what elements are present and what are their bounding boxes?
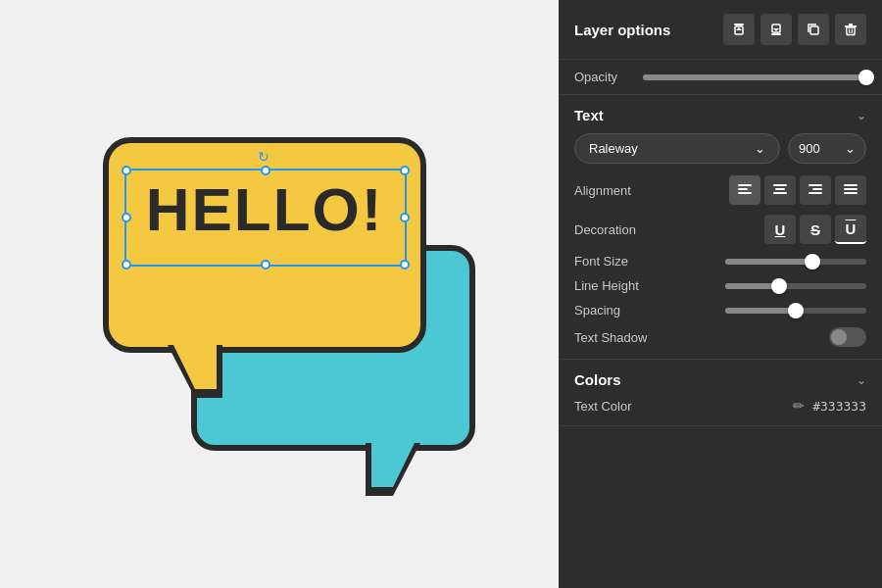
handle-bl[interactable] (122, 260, 131, 270)
duplicate-button[interactable] (798, 14, 829, 45)
font-size-track (725, 259, 866, 265)
align-right-button[interactable] (800, 175, 831, 205)
align-left-button[interactable] (729, 175, 760, 205)
font-weight-chevron: ⌄ (845, 141, 856, 156)
svg-rect-0 (734, 24, 744, 25)
text-section: Text ⌄ Raleway ⌄ 900 ⌄ Alignment (559, 95, 882, 360)
selection-box: ↻ (124, 169, 407, 267)
text-shadow-row: Text Shadow (574, 327, 866, 347)
handle-tr[interactable] (400, 166, 410, 175)
text-color-value: ✏ #333333 (793, 398, 866, 414)
svg-rect-12 (738, 188, 748, 190)
layer-options-title: Layer options (574, 22, 670, 38)
decoration-label: Decoration (574, 222, 764, 237)
svg-rect-7 (845, 25, 857, 27)
font-weight-value: 900 (799, 141, 820, 156)
opacity-row: Opacity (559, 60, 882, 95)
colors-section-title: Colors (574, 371, 621, 388)
svg-rect-19 (808, 192, 822, 194)
text-color-label: Text Color (574, 399, 793, 414)
line-height-row: Line Height (574, 278, 866, 293)
svg-rect-6 (810, 26, 818, 34)
font-size-thumb[interactable] (805, 254, 820, 270)
spacing-thumb[interactable] (788, 303, 804, 318)
font-size-fill (725, 259, 812, 265)
alignment-buttons (729, 175, 866, 205)
text-section-header: Text ⌄ (574, 107, 866, 123)
layer-actions (723, 14, 866, 45)
line-height-thumb[interactable] (771, 278, 787, 294)
font-family-select[interactable]: Raleway ⌄ (574, 133, 780, 164)
svg-rect-11 (738, 184, 752, 186)
line-height-slider[interactable] (725, 283, 866, 289)
align-center-button[interactable] (764, 175, 796, 205)
svg-rect-20 (844, 184, 858, 186)
svg-marker-5 (773, 28, 779, 31)
strikethrough-button[interactable]: S (800, 215, 831, 244)
handle-ml[interactable] (122, 213, 131, 222)
canvas-area: HELLO! ↻ (0, 0, 559, 588)
colors-section: Colors ⌄ Text Color ✏ #333333 (559, 360, 882, 426)
svg-rect-22 (844, 192, 858, 194)
text-shadow-label: Text Shadow (574, 330, 829, 345)
overline-button[interactable]: U (835, 215, 866, 244)
handle-tl[interactable] (122, 166, 131, 175)
handle-bm[interactable] (261, 260, 270, 270)
illustration: HELLO! ↻ (74, 108, 485, 480)
handle-br[interactable] (400, 260, 410, 270)
align-top-button[interactable] (723, 14, 755, 45)
rotate-handle[interactable]: ↻ (258, 149, 273, 165)
opacity-fill (643, 74, 866, 80)
align-justify-button[interactable] (835, 175, 866, 205)
spacing-row: Spacing (574, 303, 866, 318)
svg-rect-18 (812, 188, 822, 190)
svg-rect-15 (775, 188, 785, 190)
align-bottom-button[interactable] (760, 14, 792, 45)
alignment-label: Alignment (574, 183, 729, 198)
alignment-row: Alignment (574, 175, 866, 205)
text-color-row: Text Color ✏ #333333 (574, 398, 866, 414)
decoration-row: Decoration U S U (574, 215, 866, 244)
text-shadow-toggle[interactable] (829, 327, 866, 347)
delete-button[interactable] (835, 14, 866, 45)
colors-chevron-icon[interactable]: ⌄ (857, 373, 866, 387)
opacity-track (643, 74, 866, 80)
underline-button[interactable]: U (764, 215, 796, 244)
spacing-slider[interactable] (725, 308, 866, 314)
svg-marker-2 (736, 27, 742, 30)
text-color-hex[interactable]: #333333 (812, 399, 866, 414)
svg-rect-21 (844, 188, 858, 190)
svg-rect-8 (849, 24, 853, 25)
font-weight-select[interactable]: 900 ⌄ (788, 133, 866, 164)
line-height-track (725, 283, 866, 289)
opacity-thumb[interactable] (858, 70, 874, 85)
text-section-title: Text (574, 107, 604, 123)
opacity-label: Opacity (574, 70, 633, 84)
font-family-value: Raleway (589, 141, 638, 156)
svg-rect-16 (773, 192, 787, 194)
line-height-label: Line Height (574, 278, 715, 293)
svg-rect-14 (773, 184, 787, 186)
spacing-label: Spacing (574, 303, 715, 318)
layer-options-header: Layer options (559, 0, 882, 60)
spacing-fill (725, 308, 796, 314)
text-shadow-knob (831, 329, 847, 345)
text-chevron-icon[interactable]: ⌄ (857, 109, 866, 122)
decoration-buttons: U S U (764, 215, 866, 244)
opacity-slider[interactable] (643, 74, 866, 80)
eyedropper-icon[interactable]: ✏ (793, 398, 805, 414)
right-panel: Layer options (559, 0, 882, 588)
font-family-chevron: ⌄ (755, 141, 765, 156)
svg-rect-3 (771, 33, 781, 35)
svg-rect-13 (738, 192, 752, 194)
font-size-label: Font Size (574, 254, 715, 269)
colors-section-header: Colors ⌄ (574, 371, 866, 388)
font-row: Raleway ⌄ 900 ⌄ (574, 133, 866, 164)
handle-tm[interactable] (261, 166, 270, 175)
font-size-row: Font Size (574, 254, 866, 269)
handle-mr[interactable] (400, 213, 410, 222)
svg-rect-17 (808, 184, 822, 186)
font-size-slider[interactable] (725, 259, 866, 265)
spacing-track (725, 308, 866, 314)
